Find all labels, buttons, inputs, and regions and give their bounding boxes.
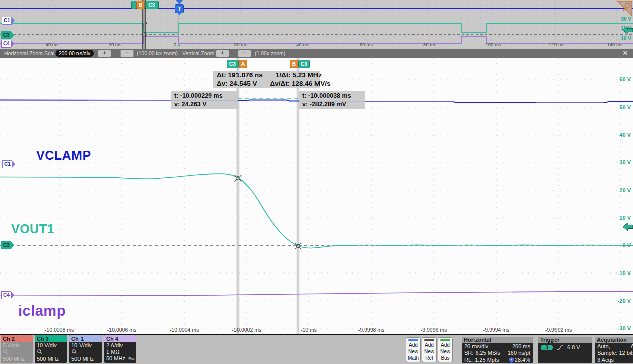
trigger-panel-title: Trigger xyxy=(538,337,592,343)
channel-card-ch4[interactable]: Ch 4 2 A/div 1 MΩ 50 MHzBw xyxy=(104,335,136,363)
channel-ch2-scale: 5 V/div xyxy=(1,342,33,349)
vertical-zoom-factor: (1.00x zoom) xyxy=(255,50,285,56)
channel-ch1-bandwidth: 500 MHz xyxy=(69,356,102,362)
sample-rate: SR: 6.25 MS/s xyxy=(464,350,500,356)
channel-card-ch4-header: Ch 4 xyxy=(104,335,136,342)
horizontal-panel-title: Horizontal xyxy=(462,337,533,343)
trace-vout1-c3 xyxy=(0,174,633,248)
overview-channel-badge-c3[interactable]: C3 xyxy=(1,31,11,39)
add-math-line1: Add xyxy=(406,342,420,348)
x-axis-label: -10.0008 ms xyxy=(45,327,74,333)
trigger-source-badge: 3 xyxy=(541,345,553,350)
delta-v-value: Δv: 24.545 V xyxy=(217,80,257,88)
overview-channel-badge-c3-label: C3 xyxy=(3,32,10,38)
ref-color-bar xyxy=(424,339,434,341)
overview-time-label: 120 ms xyxy=(548,42,564,47)
bandwidth-limit-icon: Bw xyxy=(128,356,135,361)
add-bus-line3: Bus xyxy=(438,355,452,361)
y-axis-label: -20 V xyxy=(618,298,631,304)
add-new-bus-button[interactable]: Add New Bus xyxy=(438,337,453,362)
horizontal-scale: 20 ms/div xyxy=(464,343,488,350)
horizontal-zoom-plus-button[interactable]: + xyxy=(98,50,111,57)
y-axis-label: -30 V xyxy=(618,325,631,331)
overview-time-label: 60 ms xyxy=(360,42,373,47)
overview-channel-badge-c4-label: C4 xyxy=(3,41,10,46)
add-bus-line2: New xyxy=(438,348,452,355)
overview-time-label: -20 ms xyxy=(107,42,121,47)
add-new-math-button[interactable]: Add New Math xyxy=(406,337,421,362)
record-length: RL: 1.25 Mpts xyxy=(464,357,499,363)
vertical-zoom-plus-button[interactable]: + xyxy=(216,50,229,57)
cursor-b-voltage: v: -282.289 mV xyxy=(302,100,362,109)
channel-card-ch3[interactable]: Ch 3 10 V/div 500 MHz xyxy=(35,335,67,363)
badge-tip xyxy=(11,241,14,249)
overview-cursor-a-badge-collapsed[interactable] xyxy=(131,1,136,9)
waveform-overview[interactable]: C1 C3 C4 B C3 T -40 ms -20 ms 0 s 20 ms … xyxy=(0,0,633,49)
channel-ch4-impedance: 1 MΩ xyxy=(104,349,136,355)
channel-card-ch2-header: Ch 2 xyxy=(1,335,33,342)
horizontal-zoom-factor: (100.00 kx zoom) xyxy=(137,50,178,56)
overview-channel-badge-c1[interactable]: C1 xyxy=(2,17,12,25)
channel-badge-c1-label: C1 xyxy=(4,161,11,167)
delta-t-value: Δt: 191.076 ns xyxy=(217,71,263,80)
x-axis-label: -9.9994 ms xyxy=(483,327,510,333)
overview-channel-badge-c4[interactable]: C4 xyxy=(1,40,11,48)
vertical-zoom-minus-button[interactable]: − xyxy=(238,50,251,57)
badge-tip xyxy=(11,31,14,39)
badge-tip xyxy=(11,40,14,48)
horizontal-zoom-minus-button[interactable]: − xyxy=(120,50,134,57)
rising-edge-icon xyxy=(557,345,564,351)
overview-trace-c4 xyxy=(0,37,633,43)
y-axis-label: 60 V xyxy=(619,76,631,82)
overview-time-label: 140 ms xyxy=(607,42,622,47)
overview-time-label: 100 ms xyxy=(485,42,501,47)
add-new-ref-button[interactable]: Add New Ref xyxy=(422,337,437,362)
probe-icon xyxy=(69,349,102,356)
channel-ch3-bandwidth: 500 MHz xyxy=(35,356,67,362)
x-axis-label: -10.0004 ms xyxy=(170,327,199,333)
channel-badge-c4[interactable]: C4 xyxy=(1,291,11,299)
acquisition-panel-title: Acquisition xyxy=(595,337,633,343)
math-color-bar xyxy=(408,339,418,341)
horizontal-window: 200 ms xyxy=(512,343,530,350)
acquisition-panel[interactable]: Acquisition Auto,Ana Sample: 12 bits 3 A… xyxy=(595,337,633,363)
channel-badge-c3[interactable]: C3 xyxy=(1,241,11,249)
channel-badge-c1[interactable]: C1 xyxy=(2,160,12,168)
overview-volt-label: -10 V xyxy=(619,36,631,41)
zoom-overlay-icon[interactable] xyxy=(617,1,633,18)
trigger-position-flag[interactable]: T xyxy=(175,4,184,13)
trigger-panel[interactable]: Trigger 3 6.8 V xyxy=(538,337,592,363)
overview-traces xyxy=(0,0,633,49)
overview-volt-label: 10 V xyxy=(621,25,631,31)
sample-bits: Sample: 12 bits xyxy=(597,350,633,356)
overview-time-label: 20 ms xyxy=(234,42,247,47)
sample-interval: 160 ns/pt xyxy=(508,350,530,356)
horizontal-panel[interactable]: Horizontal 20 ms/div200 ms SR: 6.25 MS/s… xyxy=(462,337,533,363)
horizontal-zoom-scale-label: Horizontal Zoom Scale xyxy=(4,50,57,56)
bus-color-bar xyxy=(440,339,450,341)
overview-cursor-c3-badge[interactable]: C3 xyxy=(145,1,159,9)
add-ref-line3: Ref xyxy=(422,355,436,361)
channel-badge-c4-label: C4 xyxy=(3,292,10,298)
horizontal-zoom-scale-value[interactable]: 200.00 ns/div xyxy=(55,50,94,57)
cursor-b-badge[interactable]: B xyxy=(290,60,298,68)
x-axis-label: -9.9998 ms xyxy=(358,327,385,333)
channel-card-ch1[interactable]: Ch 1 10 V/div 500 MHz xyxy=(69,335,102,363)
oscilloscope-screen: C1 C3 C4 B C3 T -40 ms -20 ms 0 s 20 ms … xyxy=(0,0,633,364)
trace-iclamp-c4 xyxy=(0,291,633,296)
add-math-line3: Math xyxy=(406,355,420,361)
channel-ch1-scale: 10 V/div xyxy=(69,342,102,349)
close-zoom-icon[interactable]: ✕ xyxy=(620,49,630,58)
cursor-delta-readout: Δt: 191.076 ns1/Δt: 5.23 MHz Δv: 24.545 … xyxy=(213,71,320,88)
trigger-level-value: 6.8 V xyxy=(567,344,580,351)
acquisition-mode: Auto, xyxy=(597,343,610,350)
overview-cursor-b-badge[interactable]: B xyxy=(136,1,145,9)
overview-time-label: 40 ms xyxy=(296,42,309,47)
cursor-b-source-badge[interactable]: C3 xyxy=(298,60,310,68)
cursor-a-source-badge[interactable]: C3 xyxy=(227,60,239,68)
overview-time-label: -40 ms xyxy=(44,42,58,47)
channel-card-ch2[interactable]: Ch 2 5 V/div 500 MHz xyxy=(1,335,33,363)
add-ref-line1: Add xyxy=(422,342,436,348)
zoom-waveform-view[interactable]: C3 A B C3 Δt: 191.076 ns1/Δt: 5.23 MHz Δ… xyxy=(0,58,633,335)
cursor-a-badge[interactable]: A xyxy=(239,60,247,68)
